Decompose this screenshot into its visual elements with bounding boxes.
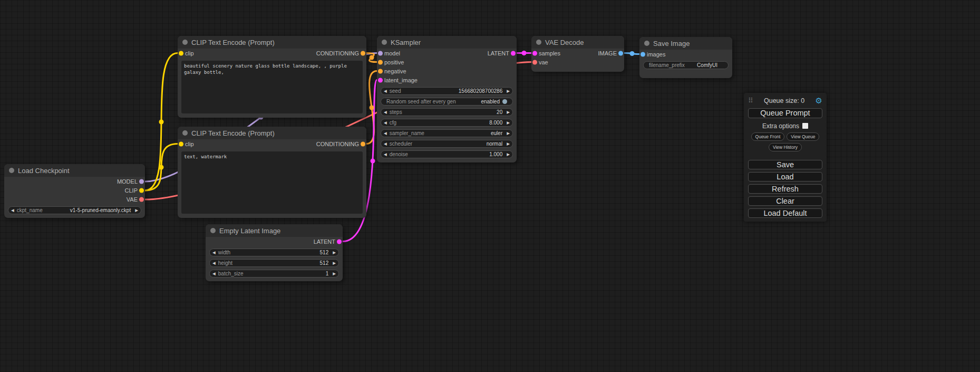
collapse-dot[interactable] xyxy=(182,130,188,136)
output-port-clip[interactable] xyxy=(139,188,144,193)
link-midpoint-dot xyxy=(159,120,164,125)
load-button[interactable]: Load xyxy=(748,172,822,182)
node-title: VAE Decode xyxy=(545,39,584,46)
output-port-conditioning[interactable] xyxy=(361,51,365,55)
drag-handle-icon[interactable]: ⠿ xyxy=(748,97,753,104)
input-port-latent-image[interactable] xyxy=(378,78,383,82)
toggle-dot-icon[interactable] xyxy=(502,99,507,104)
combo-right-arrow-icon[interactable]: ▶ xyxy=(504,89,512,93)
link-midpoint-dot xyxy=(370,106,374,110)
widget-batch-size[interactable]: ◀ batch_size 1 ▶ xyxy=(209,270,339,278)
output-port-model[interactable] xyxy=(139,179,144,184)
combo-right-arrow-icon[interactable]: ▶ xyxy=(504,121,512,125)
queue-prompt-button[interactable]: Queue Prompt xyxy=(748,108,822,118)
collapse-dot[interactable] xyxy=(182,40,188,45)
collapse-dot[interactable] xyxy=(9,168,14,173)
input-port-negative[interactable] xyxy=(378,69,383,73)
widget-sampler-name[interactable]: ◀ sampler_name euler ▶ xyxy=(381,129,513,137)
collapse-dot[interactable] xyxy=(536,40,541,45)
node-titlebar[interactable]: Load Checkpoint xyxy=(4,164,145,177)
widget-seed[interactable]: ◀ seed 156680208700286 ▶ xyxy=(381,87,513,95)
output-port-conditioning[interactable] xyxy=(361,141,365,146)
combo-left-arrow-icon[interactable]: ◀ xyxy=(381,142,390,146)
widget-ckpt-name[interactable]: ◀ ckpt_name v1-5-pruned-emaonly.ckpt ▶ xyxy=(8,206,141,214)
widget-label: filename_prefix xyxy=(649,62,685,68)
input-port-model[interactable] xyxy=(378,51,383,55)
refresh-button[interactable]: Refresh xyxy=(748,184,822,194)
extra-options-checkbox[interactable] xyxy=(802,123,808,129)
view-history-button[interactable]: View History xyxy=(769,143,802,151)
collapse-dot[interactable] xyxy=(210,228,216,233)
output-port-latent[interactable] xyxy=(511,51,516,55)
combo-right-arrow-icon[interactable]: ▶ xyxy=(504,110,512,115)
combo-left-arrow-icon[interactable]: ◀ xyxy=(8,208,17,213)
node-titlebar[interactable]: KSampler xyxy=(377,36,517,49)
combo-left-arrow-icon[interactable]: ◀ xyxy=(210,261,218,265)
combo-right-arrow-icon[interactable]: ▶ xyxy=(330,261,338,265)
prompt-textarea[interactable]: beautiful scenery nature glass bottle la… xyxy=(181,61,363,113)
widget-cfg[interactable]: ◀ cfg 8.000 ▶ xyxy=(381,119,513,127)
combo-right-arrow-icon[interactable]: ▶ xyxy=(504,142,512,146)
widget-steps[interactable]: ◀ steps 20 ▶ xyxy=(381,108,513,116)
combo-right-arrow-icon[interactable]: ▶ xyxy=(504,152,512,157)
widget-denoise[interactable]: ◀ denoise 1.000 ▶ xyxy=(381,150,513,158)
widget-height[interactable]: ◀ height 512 ▶ xyxy=(209,259,339,267)
node-empty-latent-image[interactable]: Empty Latent Image LATENT ◀ width 512 ▶ … xyxy=(206,224,343,281)
combo-left-arrow-icon[interactable]: ◀ xyxy=(381,110,390,115)
widget-value: v1-5-pruned-emaonly.ckpt xyxy=(70,207,132,213)
combo-right-arrow-icon[interactable]: ▶ xyxy=(132,208,141,213)
widget-label: sampler_name xyxy=(390,130,424,136)
node-titlebar[interactable]: VAE Decode xyxy=(531,36,624,49)
input-label-samples: samples xyxy=(539,50,560,56)
input-port-vae[interactable] xyxy=(532,60,537,64)
node-vae-decode[interactable]: VAE Decode samples IMAGE vae xyxy=(531,36,624,72)
widget-filename-prefix[interactable]: filename_prefix ComfyUI xyxy=(643,61,729,69)
output-label-image: IMAGE xyxy=(598,50,617,56)
combo-right-arrow-icon[interactable]: ▶ xyxy=(330,251,338,255)
node-save-image[interactable]: Save Image images filename_prefix ComfyU… xyxy=(639,37,732,78)
widget-width[interactable]: ◀ width 512 ▶ xyxy=(209,249,339,256)
queue-size-label: Queue size: 0 xyxy=(753,97,816,104)
combo-left-arrow-icon[interactable]: ◀ xyxy=(381,89,390,93)
node-ksampler[interactable]: KSampler model LATENT positive negative … xyxy=(377,36,517,163)
output-port-vae[interactable] xyxy=(139,197,144,202)
collapse-dot[interactable] xyxy=(644,41,649,46)
node-load-checkpoint[interactable]: Load Checkpoint MODEL CLIP VAE ◀ ckpt_na… xyxy=(4,164,145,218)
input-port-images[interactable] xyxy=(641,52,645,56)
combo-right-arrow-icon[interactable]: ▶ xyxy=(330,272,338,276)
queue-front-button[interactable]: Queue Front xyxy=(751,132,785,141)
input-port-samples[interactable] xyxy=(532,51,537,55)
widget-random-seed-toggle[interactable]: Random seed after every gen enabled xyxy=(381,98,513,106)
combo-left-arrow-icon[interactable]: ◀ xyxy=(381,121,390,125)
output-label-model: MODEL xyxy=(117,178,138,185)
input-port-clip[interactable] xyxy=(179,51,183,55)
combo-left-arrow-icon[interactable]: ◀ xyxy=(381,152,390,157)
combo-left-arrow-icon[interactable]: ◀ xyxy=(210,251,218,255)
input-label-positive: positive xyxy=(384,59,404,65)
output-port-image[interactable] xyxy=(618,51,623,55)
clear-button[interactable]: Clear xyxy=(748,196,822,206)
combo-right-arrow-icon[interactable]: ▶ xyxy=(504,131,512,136)
node-titlebar[interactable]: CLIP Text Encode (Prompt) xyxy=(178,127,366,139)
load-default-button[interactable]: Load Default xyxy=(748,208,822,218)
view-queue-button[interactable]: View Queue xyxy=(787,132,819,141)
node-clip-text-encode-negative[interactable]: CLIP Text Encode (Prompt) clip CONDITION… xyxy=(178,127,366,218)
node-titlebar[interactable]: CLIP Text Encode (Prompt) xyxy=(178,36,366,49)
save-button[interactable]: Save xyxy=(748,160,822,169)
output-port-latent[interactable] xyxy=(337,239,342,244)
settings-gear-icon[interactable]: ⚙ xyxy=(816,97,822,104)
node-titlebar[interactable]: Empty Latent Image xyxy=(206,224,343,237)
collapse-dot[interactable] xyxy=(382,40,387,45)
prompt-textarea[interactable]: text, watermark xyxy=(181,151,363,214)
node-graph-canvas[interactable]: Load Checkpoint MODEL CLIP VAE ◀ ckpt_na… xyxy=(0,0,980,372)
combo-left-arrow-icon[interactable]: ◀ xyxy=(381,131,390,136)
widget-scheduler[interactable]: ◀ scheduler normal ▶ xyxy=(381,140,513,148)
link-midpoint-dot xyxy=(522,51,527,55)
widget-value: ComfyUI xyxy=(697,62,723,68)
input-port-positive[interactable] xyxy=(378,60,383,64)
combo-left-arrow-icon[interactable]: ◀ xyxy=(210,272,218,276)
input-port-clip[interactable] xyxy=(179,141,183,146)
node-clip-text-encode-positive[interactable]: CLIP Text Encode (Prompt) clip CONDITION… xyxy=(178,36,366,118)
node-titlebar[interactable]: Save Image xyxy=(639,37,732,50)
node-title: KSampler xyxy=(391,39,421,46)
